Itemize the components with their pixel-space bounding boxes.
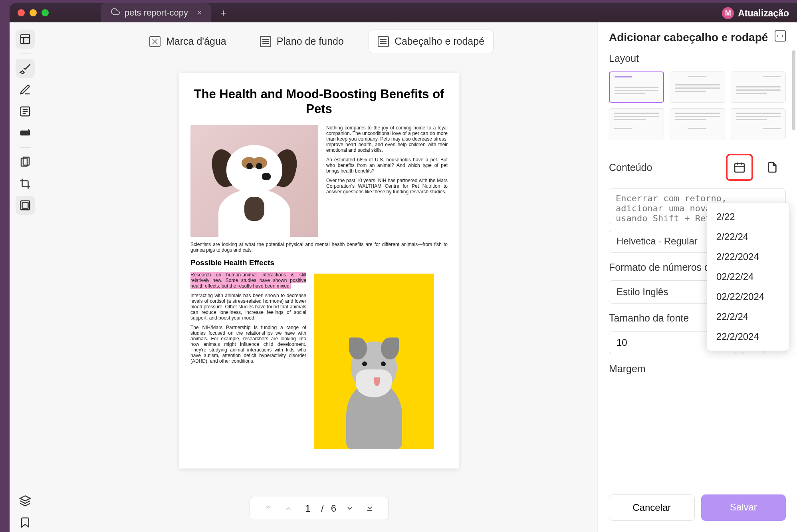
- cancel-button[interactable]: Cancelar: [609, 494, 695, 521]
- layout-section-label: Layout: [609, 53, 786, 64]
- layout-option-2[interactable]: [670, 71, 725, 103]
- background-icon: [260, 36, 271, 47]
- close-window-button[interactable]: [18, 9, 25, 16]
- divider: [20, 147, 31, 148]
- panel-expand-button[interactable]: [775, 30, 786, 42]
- document-text-col-left: Research on human-animal interactions is…: [190, 272, 306, 368]
- sidebar-watermark-button[interactable]: [16, 196, 35, 215]
- titlebar: pets report-copy × + M Atualização: [10, 3, 797, 22]
- document-subheading: Possible Health Effects: [190, 258, 448, 267]
- panel-scrollbar[interactable]: [792, 50, 795, 130]
- sidebar-redact-button[interactable]: [16, 123, 35, 143]
- top-tabs: Marca d'água Plano de fundo Cabeçalho e …: [41, 22, 597, 53]
- svg-rect-6: [22, 202, 28, 208]
- prev-page-button[interactable]: [282, 502, 295, 515]
- sidebar-layers-button[interactable]: [16, 491, 35, 510]
- content-section-label: Conteúdo: [609, 162, 652, 173]
- date-option[interactable]: 22/2/2024: [707, 327, 789, 347]
- page-number-input[interactable]: [302, 503, 314, 514]
- close-tab-button[interactable]: ×: [197, 8, 202, 18]
- layout-option-1[interactable]: [609, 71, 664, 103]
- layout-grid: [609, 71, 786, 139]
- date-option[interactable]: 22/2/24: [707, 307, 789, 327]
- document-viewport[interactable]: The Health and Mood-Boosting Benefits of…: [41, 53, 597, 532]
- tab-watermark[interactable]: Marca d'água: [141, 30, 235, 53]
- minimize-window-button[interactable]: [30, 9, 37, 16]
- main-area: Marca d'água Plano de fundo Cabeçalho e …: [41, 22, 597, 532]
- left-sidebar: [10, 22, 41, 532]
- sidebar-form-button[interactable]: [16, 102, 35, 121]
- header-footer-icon: [378, 36, 389, 47]
- svg-rect-7: [735, 164, 744, 172]
- layout-option-5[interactable]: [670, 108, 725, 139]
- document-text: Scientists are looking at what the poten…: [190, 242, 448, 253]
- m-badge-icon: M: [722, 7, 734, 19]
- maximize-window-button[interactable]: [42, 9, 49, 16]
- document-image-dog-2: [314, 274, 434, 449]
- document-tab[interactable]: pets report-copy ×: [101, 3, 211, 22]
- insert-date-button[interactable]: [726, 154, 753, 181]
- margin-label: Margem: [609, 363, 786, 375]
- next-page-button[interactable]: [343, 502, 356, 515]
- save-button[interactable]: Salvar: [701, 494, 786, 521]
- update-label: Atualização: [738, 8, 789, 19]
- document-image-dog-1: [190, 125, 318, 237]
- date-option[interactable]: 02/22/24: [707, 267, 789, 287]
- page-total: 6: [331, 503, 336, 514]
- first-page-button[interactable]: [262, 502, 275, 515]
- layout-option-6[interactable]: [731, 108, 786, 139]
- sidebar-highlight-button[interactable]: [16, 59, 35, 78]
- layout-option-4[interactable]: [609, 108, 664, 139]
- tab-title: pets report-copy: [125, 8, 188, 18]
- add-tab-button[interactable]: +: [220, 7, 226, 19]
- panel-title: Adicionar cabeçalho e rodapé: [609, 30, 768, 45]
- page-navigator: / 6: [250, 497, 389, 520]
- page-separator: /: [321, 503, 324, 514]
- window-controls: [10, 9, 57, 16]
- date-option[interactable]: 02/22/2024: [707, 287, 789, 307]
- cloud-icon: [111, 7, 120, 18]
- sidebar-organize-button[interactable]: [16, 153, 35, 172]
- date-format-dropdown: 2/22 2/22/24 2/22/2024 02/22/24 02/22/20…: [707, 203, 789, 351]
- date-option[interactable]: 2/22/24: [707, 227, 789, 247]
- svg-rect-0: [21, 35, 30, 44]
- date-option[interactable]: 2/22/2024: [707, 247, 789, 267]
- tab-header-footer[interactable]: Cabeçalho e rodapé: [369, 30, 494, 53]
- document-title: The Health and Mood-Boosting Benefits of…: [190, 87, 448, 116]
- layout-option-3[interactable]: [731, 71, 786, 103]
- sidebar-edit-button[interactable]: [16, 80, 35, 99]
- update-badge[interactable]: M Atualização: [722, 7, 789, 19]
- watermark-icon: [149, 36, 161, 47]
- tab-background[interactable]: Plano de fundo: [251, 30, 353, 53]
- date-option[interactable]: 2/22: [707, 207, 789, 227]
- svg-rect-2: [21, 131, 30, 135]
- sidebar-thumbnails-button[interactable]: [16, 30, 35, 49]
- last-page-button[interactable]: [363, 502, 376, 515]
- divider: [20, 54, 31, 54]
- sidebar-bookmark-button[interactable]: [16, 513, 35, 532]
- sidebar-crop-button[interactable]: [16, 174, 35, 193]
- properties-panel: Adicionar cabeçalho e rodapé Layout Cont…: [597, 22, 797, 532]
- insert-page-number-button[interactable]: [759, 154, 786, 181]
- document-text-col: Nothing compares to the joy of coming ho…: [326, 125, 448, 237]
- document-page: The Health and Mood-Boosting Benefits of…: [179, 73, 459, 468]
